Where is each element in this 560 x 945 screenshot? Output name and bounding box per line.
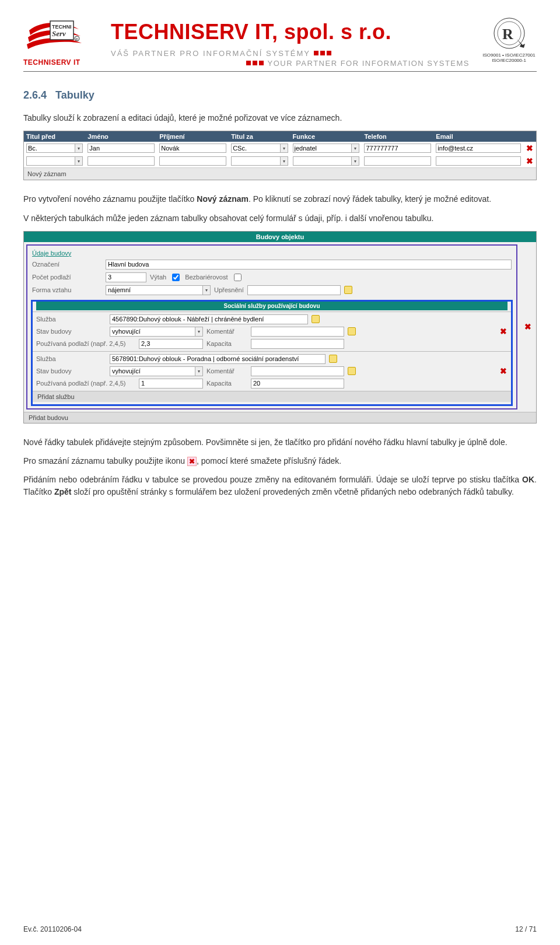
input-titul-pred[interactable]	[26, 156, 75, 166]
input-jmeno[interactable]	[88, 156, 155, 166]
footer-doc-id: Ev.č. 20110206-04	[23, 925, 82, 933]
add-service-button[interactable]: Přidat službu	[33, 391, 511, 402]
svg-text:Serv: Serv	[52, 29, 66, 38]
delete-row-icon[interactable]: ✖	[526, 156, 533, 166]
dropdown-arrow-icon[interactable]: ▾	[280, 156, 288, 166]
select-forma-vztahu[interactable]	[106, 285, 202, 295]
screenshot-simple-table: Titul před Jméno Příjmení Titul za Funkc…	[23, 131, 537, 180]
svg-text:R: R	[76, 37, 79, 41]
input-telefon[interactable]	[364, 156, 431, 166]
input-komentar[interactable]	[251, 366, 344, 376]
dropdown-arrow-icon[interactable]: ▾	[351, 144, 359, 153]
checkbox-bezbarierovost[interactable]	[234, 274, 242, 281]
logo-label: TECHNISERV IT	[23, 58, 99, 66]
dropdown-arrow-icon[interactable]: ▾	[195, 327, 203, 337]
col-prijmeni: Příjmení	[157, 131, 229, 142]
lbl-forma-vztahu: Forma vztahu	[32, 286, 102, 293]
input-prijmeni[interactable]	[159, 144, 226, 153]
lbl-pocet-podlazi: Počet podlaží	[32, 274, 102, 281]
input-sluzba[interactable]	[110, 314, 308, 324]
svg-text:R: R	[502, 26, 513, 43]
panel-title-sub: Sociální služby používající budovu	[36, 302, 508, 310]
paragraph-delete-icon: Pro smazání záznamu tabulky použijte iko…	[23, 455, 537, 467]
input-kapacita[interactable]	[251, 339, 344, 349]
services-subtable-box: Sociální služby používající budovu Služb…	[31, 300, 513, 406]
table-row: ▾ ▾ ▾ ✖	[24, 142, 536, 155]
paragraph-save-note: Přidáním nebo odebráním řádku v tabulce …	[23, 474, 537, 498]
input-podlazi[interactable]	[139, 339, 203, 349]
lbl-upresneni: Upřesnění	[214, 286, 244, 293]
tagline-cz: VÁŠ PARTNER PRO INFORMAČNÍ SYSTÉMY	[111, 49, 310, 58]
lbl-stav-budovy: Stav budovy	[36, 328, 106, 335]
dropdown-arrow-icon[interactable]: ▾	[351, 156, 359, 166]
input-kapacita[interactable]	[251, 379, 344, 388]
input-funkce[interactable]	[293, 156, 352, 166]
note-icon[interactable]	[348, 367, 356, 375]
company-title-block: TECHNISERV IT, spol. s r.o. VÁŠ PARTNER …	[111, 18, 470, 68]
delete-service-icon[interactable]: ✖	[500, 327, 507, 336]
dropdown-arrow-icon[interactable]: ▾	[202, 285, 211, 295]
input-funkce[interactable]	[293, 144, 352, 153]
delete-icon-inline: ✖	[187, 457, 197, 466]
lbl-oznaceni: Označení	[32, 261, 102, 268]
service-row: Služba Stav budovy ▾ Komentář	[33, 351, 511, 390]
input-titul-pred[interactable]	[26, 144, 75, 153]
input-sluzba[interactable]	[110, 354, 326, 364]
lbl-komentar: Komentář	[206, 328, 247, 335]
note-icon[interactable]	[329, 355, 337, 363]
paragraph-add-rows: Nové řádky tabulek přidávejte stejným zp…	[23, 436, 537, 448]
input-email[interactable]	[436, 144, 521, 153]
input-prijmeni[interactable]	[159, 156, 226, 166]
input-pocet-podlazi[interactable]	[106, 272, 146, 282]
dropdown-arrow-icon[interactable]: ▾	[75, 144, 83, 153]
input-upresneni[interactable]	[247, 285, 341, 295]
input-jmeno[interactable]	[88, 144, 155, 153]
certification-badge: R ISO9001 • ISO/IEC27001 ISO/IEC20000-1	[481, 18, 537, 63]
select-stav-budovy[interactable]	[110, 327, 195, 337]
add-building-button[interactable]: Přidat budovu	[24, 412, 536, 423]
building-record-box: Údaje budovy Označení Počet podlaží Výta…	[26, 244, 517, 410]
note-icon[interactable]	[348, 327, 356, 335]
square-dots-icon	[314, 51, 331, 55]
lbl-vytah: Výtah	[150, 274, 166, 281]
footer-page-num: 12 / 71	[515, 925, 537, 933]
select-stav-budovy[interactable]	[110, 366, 195, 376]
delete-row-icon[interactable]: ✖	[526, 144, 533, 153]
col-telefon: Telefon	[362, 131, 433, 142]
input-oznaceni[interactable]	[106, 260, 512, 270]
section-heading: 2.6.4 Tabulky	[23, 89, 537, 102]
delete-service-icon[interactable]: ✖	[500, 366, 507, 376]
new-record-button[interactable]: Nový záznam	[24, 167, 536, 180]
note-icon[interactable]	[312, 315, 320, 323]
dropdown-arrow-icon[interactable]: ▾	[75, 156, 83, 166]
panel-title-main: Budovy objektu	[24, 232, 536, 242]
cert-line-2: ISO/IEC20000-1	[481, 58, 537, 63]
header-divider	[23, 71, 537, 72]
checkbox-vytah[interactable]	[172, 274, 180, 281]
dropdown-arrow-icon[interactable]: ▾	[195, 366, 203, 376]
lbl-stav-budovy: Stav budovy	[36, 368, 106, 374]
col-titul-pred: Titul před	[24, 131, 85, 142]
input-titul-za[interactable]	[231, 156, 279, 166]
lbl-komentar: Komentář	[206, 368, 247, 374]
table-row: ▾ ▾ ▾ ✖	[24, 155, 536, 167]
col-titul-za: Titul za	[229, 131, 290, 142]
lbl-kapacita: Kapacita	[206, 340, 247, 347]
note-icon[interactable]	[344, 286, 352, 294]
lbl-pouzivana-podlazi: Používaná podlaží (např. 2,4,5)	[36, 340, 135, 347]
col-email: Email	[433, 131, 523, 142]
input-telefon[interactable]	[364, 144, 431, 153]
input-titul-za[interactable]	[231, 144, 279, 153]
lbl-kapacita: Kapacita	[206, 380, 247, 387]
input-podlazi[interactable]	[139, 379, 203, 388]
col-funkce: Funkce	[290, 131, 362, 142]
square-dots-icon	[246, 61, 264, 65]
company-name-bold: TECHNISERV IT,	[111, 20, 278, 44]
dropdown-arrow-icon[interactable]: ▾	[280, 144, 288, 153]
screenshot-nested-form: Budovy objektu Údaje budovy Označení Poč…	[23, 231, 537, 424]
link-building-data[interactable]: Údaje budovy	[29, 248, 75, 258]
lbl-pouzivana-podlazi: Používaná podlaží (např. 2,4,5)	[36, 380, 135, 387]
delete-building-icon[interactable]: ✖	[524, 322, 531, 331]
input-email[interactable]	[436, 156, 521, 166]
input-komentar[interactable]	[251, 327, 344, 337]
